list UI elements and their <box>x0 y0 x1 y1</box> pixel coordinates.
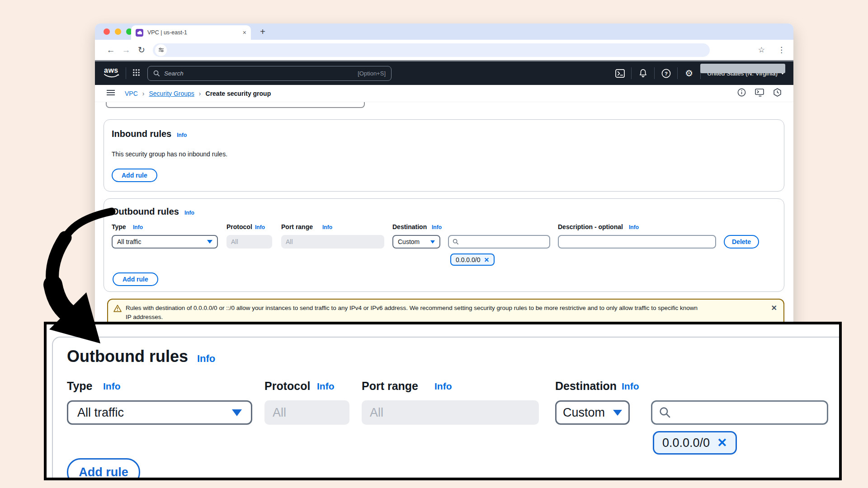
settings-gear-icon[interactable]: ⚙ <box>684 68 694 79</box>
scrolled-input-remnant <box>106 102 365 108</box>
browser-tab[interactable]: VPC | us-east-1 × <box>131 25 251 40</box>
search-icon <box>453 239 459 245</box>
magnified-destination-chip: 0.0.0.0/0 ✕ <box>653 431 737 455</box>
magnified-destination-label: Destination <box>555 380 617 393</box>
magnified-destination-info-link[interactable]: Info <box>622 381 639 392</box>
back-icon[interactable]: ← <box>103 45 118 55</box>
reload-icon[interactable]: ↻ <box>134 45 149 55</box>
magnified-chip-value: 0.0.0.0/0 <box>662 436 710 450</box>
tab-close-icon[interactable]: × <box>243 29 246 36</box>
magnified-port-info-link[interactable]: Info <box>434 381 452 392</box>
search-shortcut: [Option+S] <box>358 70 386 77</box>
magnified-protocol-label: Protocol <box>264 380 310 393</box>
destination-select-value: Custom <box>398 238 420 245</box>
aws-console-header: aws Search [Option+S] <box>95 60 793 85</box>
breadcrumb-current: Create security group <box>206 90 271 97</box>
side-nav-hamburger-icon[interactable] <box>107 89 115 98</box>
browser-menu-icon[interactable]: ⋮ <box>778 45 785 55</box>
forward-icon: → <box>118 45 134 55</box>
description-text[interactable] <box>562 238 712 245</box>
protocol-value: All <box>231 238 238 245</box>
description-input[interactable] <box>558 235 716 249</box>
header-divider <box>126 67 126 79</box>
banner-close-icon[interactable]: ✕ <box>771 304 777 322</box>
window-close-button[interactable] <box>104 28 110 35</box>
magnified-add-rule-button[interactable]: Add rule <box>67 458 140 480</box>
services-grid-icon[interactable] <box>132 69 140 78</box>
search-icon <box>153 70 160 77</box>
destination-search-input[interactable] <box>448 235 550 249</box>
svg-text:?: ? <box>665 70 668 76</box>
destination-search-text[interactable] <box>459 238 546 245</box>
search-icon <box>659 406 671 419</box>
outbound-info-link[interactable]: Info <box>184 210 194 216</box>
cloudshell-panel-icon[interactable] <box>755 89 764 99</box>
warning-text-line2: IP addresses. <box>126 314 163 320</box>
window-minimize-button[interactable] <box>115 28 121 35</box>
magnified-protocol-value: All <box>273 406 286 420</box>
chevron-down-icon <box>232 409 242 416</box>
type-info-link[interactable]: Info <box>133 224 143 230</box>
cloudshell-icon[interactable] <box>615 69 625 78</box>
protocol-info-link[interactable]: Info <box>255 224 265 230</box>
inbound-empty-text: This security group has no inbound rules… <box>112 150 776 158</box>
magnified-outbound-info-link[interactable]: Info <box>197 353 215 365</box>
protocol-label: Protocol <box>226 223 252 230</box>
port-range-info-link[interactable]: Info <box>322 224 332 230</box>
outbound-rules-card: Outbound rules Info Type Info Protocol I… <box>104 198 784 292</box>
description-label: Description - optional <box>558 223 623 230</box>
aws-logo-text: aws <box>104 66 118 74</box>
help-icon[interactable]: ? <box>661 69 671 78</box>
protocol-field: All <box>226 235 272 249</box>
port-range-value: All <box>286 238 293 245</box>
breadcrumb: VPC › Security Groups › Create security … <box>95 85 793 102</box>
delete-rule-button[interactable]: Delete <box>724 235 759 249</box>
inbound-info-link[interactable]: Info <box>177 132 187 138</box>
header-divider <box>677 67 678 79</box>
breadcrumb-vpc-link[interactable]: VPC <box>125 90 138 97</box>
browser-window: VPC | us-east-1 × + ← → ↻ ☆ ⋮ aws <box>95 23 793 331</box>
chip-remove-icon[interactable]: ✕ <box>717 436 727 450</box>
port-range-field: All <box>281 235 384 249</box>
magnified-destination-value: Custom <box>563 406 605 420</box>
callout-pointer-arrow <box>27 194 131 361</box>
header-divider <box>631 67 632 79</box>
chip-remove-icon[interactable]: ✕ <box>484 256 490 263</box>
magnified-destination-select[interactable]: Custom <box>555 400 630 425</box>
address-bar[interactable] <box>153 43 710 57</box>
history-hexagon-icon[interactable] <box>773 88 782 99</box>
warning-text-line1: Rules with destination of 0.0.0.0/0 or :… <box>126 305 698 311</box>
console-search-input[interactable]: Search [Option+S] <box>147 66 392 81</box>
magnified-protocol-info-link[interactable]: Info <box>317 381 334 392</box>
notifications-bell-icon[interactable] <box>638 69 648 78</box>
magnified-port-value: All <box>370 406 383 420</box>
magnified-port-field: All <box>362 400 539 425</box>
aws-logo[interactable]: aws <box>104 66 119 78</box>
magnified-protocol-field: All <box>264 400 349 425</box>
search-placeholder: Search <box>164 70 184 77</box>
destination-select[interactable]: Custom <box>392 235 440 249</box>
chevron-down-icon <box>613 410 622 416</box>
magnified-type-value: All traffic <box>77 406 124 420</box>
vpc-favicon <box>136 29 143 37</box>
tab-title: VPC | us-east-1 <box>147 29 243 36</box>
info-panel-icon[interactable] <box>737 88 746 99</box>
redaction-overlay <box>700 64 785 73</box>
destination-chip-value: 0.0.0.0/0 <box>456 256 481 263</box>
destination-info-link[interactable]: Info <box>432 224 442 230</box>
new-tab-button[interactable]: + <box>256 26 269 38</box>
magnified-type-label: Type <box>67 380 93 393</box>
inbound-rules-card: Inbound rules Info This security group h… <box>104 119 784 192</box>
chevron-down-icon <box>430 240 435 244</box>
site-settings-icon[interactable] <box>155 44 167 56</box>
inbound-add-rule-button[interactable]: Add rule <box>112 169 157 182</box>
destination-chip: 0.0.0.0/0 ✕ <box>450 253 495 266</box>
inbound-rules-title: Inbound rules <box>112 129 171 139</box>
magnified-port-label: Port range <box>362 380 418 393</box>
description-info-link[interactable]: Info <box>629 224 639 230</box>
magnified-type-info-link[interactable]: Info <box>103 381 120 392</box>
magnified-type-select[interactable]: All traffic <box>67 400 252 425</box>
breadcrumb-security-groups-link[interactable]: Security Groups <box>149 90 194 97</box>
bookmark-star-icon[interactable]: ☆ <box>758 45 765 55</box>
magnified-destination-search[interactable] <box>651 400 828 425</box>
